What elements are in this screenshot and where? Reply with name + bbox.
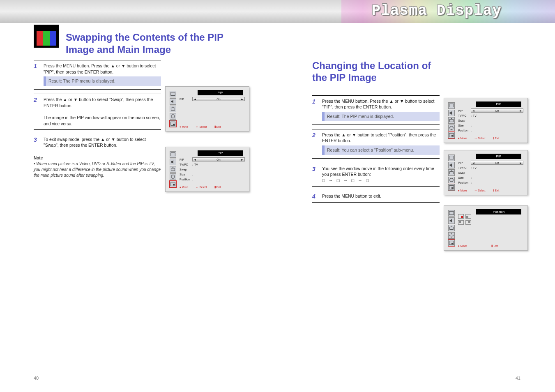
step-number: 1 xyxy=(312,98,322,105)
osd-row-value: TV xyxy=(473,166,477,169)
left-step-2: 2 Press the ▲ or ▼ button to select "Swa… xyxy=(34,94,161,129)
picture-icon xyxy=(170,91,176,97)
channel-icon xyxy=(448,117,455,124)
step-text-body: You see the window move in the following… xyxy=(322,166,434,177)
step-number: 2 xyxy=(312,132,322,138)
osd-footer-move: ♦Move xyxy=(180,125,188,129)
setup-icon xyxy=(448,177,455,183)
sound-icon xyxy=(170,159,176,165)
left-arrow-icon: ◄ xyxy=(193,98,196,101)
osd-footer-select: ↔Select xyxy=(474,189,485,192)
pip-icon xyxy=(170,120,176,127)
step-number: 3 xyxy=(34,136,44,143)
step-result: Result: The PIP menu is displayed. xyxy=(322,112,440,121)
osd-row-label: PIP xyxy=(458,109,470,112)
note-block: Note • When main picture is a Video, DVD… xyxy=(34,155,161,178)
right-step-2: 2 Press the ▲ or ▼ button to select "Pos… xyxy=(312,129,440,159)
osd-row-label: Size xyxy=(458,124,470,127)
position-option-icon xyxy=(465,220,471,225)
note-label: Note xyxy=(34,156,43,160)
setup-icon xyxy=(170,113,176,120)
right-arrow-icon: ► xyxy=(241,158,244,161)
position-option-icon xyxy=(458,220,464,225)
setup-icon xyxy=(448,125,455,131)
picture-icon xyxy=(448,210,455,217)
osd-scroll-value: On xyxy=(216,158,220,161)
svg-rect-1 xyxy=(171,108,175,110)
svg-rect-5 xyxy=(171,153,175,156)
osd-screenshot-1: PIP PIP ◄ On ► ♦Move ↔Select ⅡExit xyxy=(165,86,249,131)
position-option-icon xyxy=(465,214,471,219)
osd-scroll-value: On xyxy=(216,98,220,101)
step-order: □ → □ → □ → □ xyxy=(322,178,370,183)
picture-icon xyxy=(170,151,176,158)
osd-row-value: TV xyxy=(194,163,198,166)
picture-icon xyxy=(448,102,455,109)
left-step-3: 3 To exit swap mode, press the ▲ or ▼ bu… xyxy=(34,134,161,151)
page-banner: Plasma Display xyxy=(0,0,555,23)
pip-icon xyxy=(448,132,455,138)
osd-footer-move: ♦Move xyxy=(458,244,467,248)
osd-scroll-value: On xyxy=(495,161,499,164)
step-number: 3 xyxy=(312,166,322,172)
osd-row-label: Position xyxy=(458,181,470,184)
right-arrow-icon: ► xyxy=(241,98,244,101)
sound-icon xyxy=(448,217,455,224)
step-result: Result: The PIP menu is displayed. xyxy=(44,76,161,86)
osd-footer-exit: ⅡExit xyxy=(214,125,221,129)
svg-rect-16 xyxy=(450,171,454,174)
note-text: When main picture is a Video, DVD or S-V… xyxy=(34,161,161,178)
osd-row-label: PIP xyxy=(458,161,470,164)
left-arrow-icon: ◄ xyxy=(472,109,475,112)
channel-icon xyxy=(170,106,176,112)
step-number: 4 xyxy=(312,193,322,200)
osd-row-label: Position xyxy=(180,178,191,181)
step-text-body: Press the ▲ or ▼ button to select "Swap"… xyxy=(44,97,153,108)
osd-footer-select: ↔Select xyxy=(474,137,485,140)
right-step-3: 3 You see the window move in the followi… xyxy=(312,163,440,187)
section-title: Swapping the Contents of the PIP Image a… xyxy=(66,31,223,56)
osd-scrollbar: ◄ On ► xyxy=(471,161,523,165)
osd-footer-exit: ⅡExit xyxy=(491,244,498,248)
step-text: Press the ▲ or ▼ button to select "Posit… xyxy=(322,132,440,156)
step-text: To exit swap mode, press the ▲ or ▼ butt… xyxy=(44,136,161,148)
osd-row-label: Swap xyxy=(180,168,191,171)
osd-footer-exit: ⅡExit xyxy=(214,186,221,189)
step-text: Press the ▲ or ▼ button to select "Swap"… xyxy=(44,97,161,127)
right-step-1: 1 Press the MENU button. Press the ▲ or … xyxy=(312,95,440,125)
left-column: 1 Press the MENU button. Press the ▲ or … xyxy=(34,60,161,178)
osd-row-value: TV xyxy=(473,114,477,117)
channel-icon xyxy=(448,169,455,176)
right-arrow-icon: ► xyxy=(519,161,522,164)
svg-rect-14 xyxy=(451,135,453,137)
section-title-line1: Swapping the Contents of the PIP xyxy=(66,32,223,43)
svg-rect-20 xyxy=(449,212,454,215)
step-text-extra: The image in the PIP window will appear … xyxy=(44,115,160,126)
right-column: Changing the Location of the PIP Image 1… xyxy=(312,60,440,207)
osd-row-label: Size xyxy=(458,176,470,179)
svg-rect-0 xyxy=(171,92,175,96)
left-arrow-icon: ◄ xyxy=(472,161,475,164)
osd-row-label: Swap xyxy=(458,171,470,174)
position-option-icon xyxy=(458,214,464,219)
osd-screenshot-2: PIP PIP ◄ On ► TV/PC:TV Swap Size: Posit… xyxy=(165,147,249,192)
step-text: Press the MENU button. Press the ▲ or ▼ … xyxy=(322,98,440,122)
osd-scrollbar: ◄ On ► xyxy=(471,108,523,113)
svg-rect-19 xyxy=(451,187,453,189)
osd-screenshot-5: Position ♦Move ⅡExit xyxy=(444,205,528,251)
pip-icon xyxy=(170,181,176,187)
osd-title: PIP xyxy=(476,101,521,107)
osd-footer-move: ♦Move xyxy=(180,186,188,189)
osd-row-label: TV/PC xyxy=(458,114,470,117)
osd-scrollbar: ◄ On ► xyxy=(192,157,245,161)
step-text-body: Press the MENU button. Press the ▲ or ▼ … xyxy=(322,99,435,110)
svg-rect-6 xyxy=(171,168,175,171)
osd-footer-select: ↔Select xyxy=(196,186,207,189)
osd-row-label: TV/PC xyxy=(458,166,470,169)
svg-rect-15 xyxy=(449,156,454,159)
svg-rect-10 xyxy=(449,104,454,107)
tv-icon xyxy=(34,25,59,48)
step-text: You see the window move in the following… xyxy=(322,166,440,184)
step-text-body: To exit swap mode, press the ▲ or ▼ butt… xyxy=(44,137,146,148)
osd-footer-exit: ⅡExit xyxy=(493,137,500,140)
